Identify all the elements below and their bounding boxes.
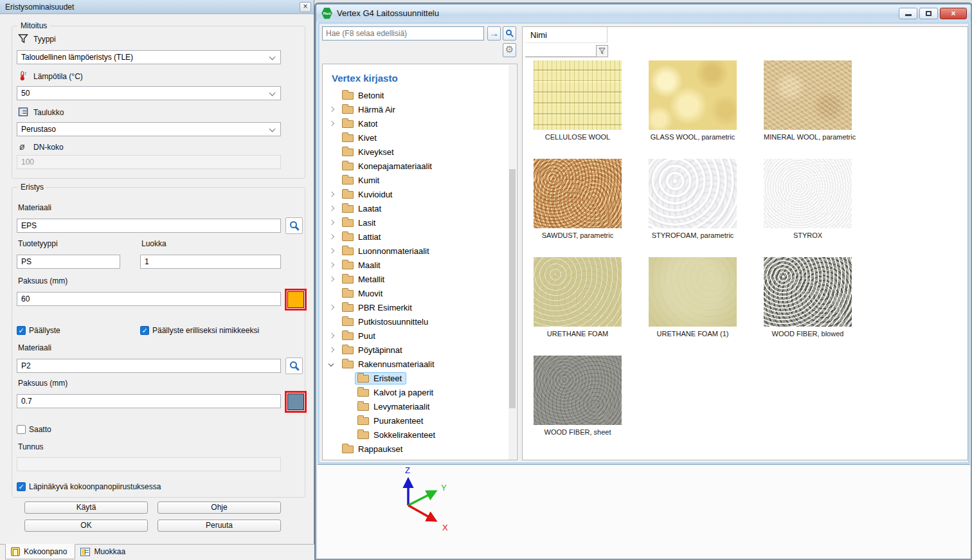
tree-item-body[interactable]: Maalit	[339, 259, 385, 271]
lampotila-select[interactable]: 50	[17, 86, 281, 100]
tree-item[interactable]: Puurakenteet	[323, 413, 517, 428]
tree-item-body[interactable]: Kumit	[339, 174, 384, 186]
tree-item-selected[interactable]: Eristeet	[355, 372, 406, 384]
close-window-button[interactable]: ×	[940, 8, 967, 19]
paksuus-field[interactable]	[17, 292, 281, 306]
close-icon[interactable]: ×	[300, 2, 311, 12]
maximize-button[interactable]	[919, 8, 938, 19]
tree-item[interactable]: Kumit	[323, 173, 517, 187]
chevron-right-icon[interactable]	[328, 122, 339, 125]
search-go-button[interactable]: →	[487, 26, 501, 41]
tree-item-body[interactable]: Kalvot ja paperit	[355, 386, 438, 399]
tree-scrollbar-thumb[interactable]	[509, 169, 516, 408]
tuotetyyppi-field[interactable]	[17, 255, 120, 269]
material-thumbnail[interactable]	[764, 257, 852, 327]
taulukko-select[interactable]: Perustaso	[17, 122, 281, 136]
material-card[interactable]: STYROX	[764, 159, 852, 239]
tyyppi-select[interactable]: Taloudellinen lämpöeristys (TLE)	[17, 50, 281, 64]
material-thumbnail[interactable]	[764, 159, 852, 228]
tree-item[interactable]: Puut	[323, 329, 517, 343]
tree-item-body[interactable]: Pöytäpinnat	[339, 344, 407, 356]
tree-item[interactable]: Sokkelirakenteet	[323, 428, 517, 442]
material-thumbnail[interactable]	[764, 60, 852, 130]
tree-item-body[interactable]: Konepajamateriaalit	[339, 160, 437, 172]
material-card[interactable]: GLASS WOOL, parametric	[649, 60, 737, 141]
tree-item-body[interactable]: Muovit	[339, 287, 387, 300]
chevron-right-icon[interactable]	[328, 263, 339, 267]
checkbox-checked-icon[interactable]: ✓	[17, 326, 26, 335]
material-card[interactable]: CELLULOSE WOOL	[534, 60, 622, 141]
tree-item[interactable]: Härmä Air	[323, 102, 517, 116]
chevron-right-icon[interactable]	[328, 107, 339, 111]
tree-item[interactable]: Metallit	[323, 272, 517, 286]
tree-item[interactable]: Rakennusmateriaalit	[323, 357, 517, 371]
tree-item-body[interactable]: Kuvioidut	[339, 188, 397, 201]
tree-item[interactable]: Eristeet	[323, 371, 517, 385]
tree-item[interactable]: Lasit	[323, 215, 517, 230]
settings-button[interactable]: ⚙	[503, 43, 516, 57]
filter-button[interactable]	[596, 45, 608, 57]
paallyste-search-button[interactable]	[285, 357, 303, 374]
coating-color-swatch[interactable]	[285, 391, 307, 413]
ohje-button[interactable]: Ohje	[158, 501, 281, 514]
tree-item[interactable]: Kalvot ja paperit	[323, 385, 517, 399]
chevron-right-icon[interactable]	[328, 235, 339, 239]
tree-item-body[interactable]: Rappaukset	[339, 443, 407, 455]
tree-item[interactable]: Muovit	[323, 286, 517, 300]
tab-kokoonpano[interactable]: Kokoonpano	[5, 544, 75, 559]
tree-item-body[interactable]: Metallit	[339, 273, 389, 285]
tree-item-body[interactable]: Sokkelirakenteet	[355, 429, 440, 441]
material-thumbnail[interactable]	[649, 60, 737, 130]
drawing-workspace[interactable]: Z Y X	[318, 464, 970, 558]
tree-item[interactable]: Rappaukset	[323, 442, 517, 456]
peruuta-button[interactable]: Peruuta	[158, 519, 281, 532]
tree-item-body[interactable]: Härmä Air	[339, 104, 400, 116]
minimize-button[interactable]	[899, 8, 917, 19]
tree-item-body[interactable]: PBR Esimerkit	[339, 302, 417, 314]
chevron-right-icon[interactable]	[328, 348, 339, 352]
tree-item-body[interactable]: Katot	[339, 118, 382, 130]
ok-button[interactable]: OK	[24, 519, 148, 532]
checkbox-checked-icon[interactable]: ✓	[17, 482, 26, 491]
material-thumbnail[interactable]	[534, 257, 622, 327]
chevron-right-icon[interactable]	[328, 334, 339, 338]
material-card[interactable]: URETHANE FOAM	[534, 257, 622, 338]
search-input[interactable]	[322, 26, 484, 41]
paallyste-checkbox-row[interactable]: ✓ Päällyste	[17, 326, 60, 335]
materiaali-search-button[interactable]	[285, 217, 303, 234]
material-card[interactable]: WOOD FIBER, blowed	[764, 257, 852, 338]
insulation-color-swatch[interactable]	[285, 289, 307, 311]
paallyste-materiaali-field[interactable]	[17, 359, 281, 373]
material-card[interactable]: WOOD FIBER, sheet	[534, 356, 622, 436]
tree-item[interactable]: Maalit	[323, 258, 517, 272]
tree-item[interactable]: Kiveykset	[323, 145, 517, 159]
material-thumbnail[interactable]	[649, 257, 737, 327]
chevron-down-icon[interactable]	[328, 362, 339, 366]
material-thumbnail[interactable]	[649, 159, 737, 228]
kayta-button[interactable]: Käytä	[24, 501, 148, 514]
name-column-header[interactable]: Nimi	[525, 27, 608, 43]
checkbox-checked-icon[interactable]: ✓	[140, 326, 149, 335]
chevron-right-icon[interactable]	[328, 206, 339, 210]
material-thumbnail[interactable]	[534, 60, 622, 130]
tree-item[interactable]: PBR Esimerkit	[323, 300, 517, 314]
tree-item-body[interactable]: Betonit	[339, 89, 388, 102]
material-card[interactable]: MINERAL WOOL, parametric	[764, 60, 852, 141]
tree-item[interactable]: Luonnonmateriaalit	[323, 244, 517, 258]
tree-item[interactable]: Katot	[323, 116, 517, 131]
tree-item[interactable]: Laatat	[323, 201, 517, 215]
tree-item[interactable]: Lattiat	[323, 230, 517, 244]
window-titlebar[interactable]: Plant Vertex G4 Laitossuunnittelu ×	[316, 5, 971, 22]
tree-item[interactable]: Putkistosuunnittelu	[323, 314, 517, 329]
material-card[interactable]: URETHANE FOAM (1)	[649, 257, 737, 338]
tree-item[interactable]: Pöytäpinnat	[323, 343, 517, 357]
lapinakyva-checkbox-row[interactable]: ✓ Läpinäkyvä kokoonpanopiirustuksessa	[17, 482, 161, 491]
tree-item-body[interactable]: Lasit	[339, 217, 380, 229]
checkbox-unchecked-icon[interactable]	[17, 425, 26, 434]
tree-item[interactable]: Konepajamateriaalit	[323, 159, 517, 173]
tab-muokkaa[interactable]: Muokkaa	[75, 544, 133, 559]
tree-item-body[interactable]: Luonnonmateriaalit	[339, 245, 434, 257]
tree-item-body[interactable]: Rakennusmateriaalit	[339, 358, 439, 370]
saatto-checkbox-row[interactable]: Saatto	[17, 425, 51, 434]
chevron-right-icon[interactable]	[328, 192, 339, 196]
